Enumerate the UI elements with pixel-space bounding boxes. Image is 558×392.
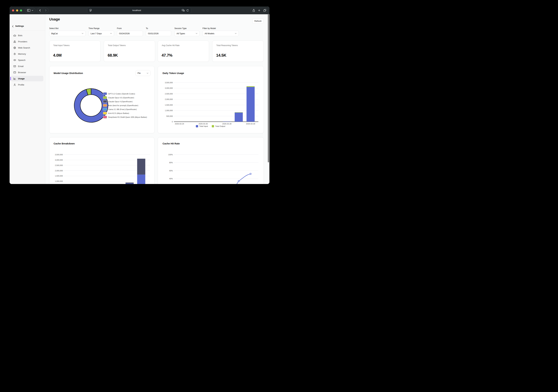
legend-label: Claude Opus 4 (OpenRouter) [108,101,132,102]
globe-icon [13,46,16,49]
filter-value: Last 7 Days [91,32,110,35]
sidebar-title: Settings [15,25,24,27]
svg-text:40%: 40% [169,178,173,180]
legend-item[interactable]: Kimi K2.5 (Aliyun Bailian) [103,112,129,115]
sidebar-item-speech[interactable]: Speech [11,57,43,63]
sidebar-toggle-button[interactable] [25,8,35,13]
back-button[interactable] [37,9,43,11]
line-chart-icon [13,77,16,80]
legend-item[interactable]: DeepSeek R1 Distill Qwen 32B (Aliyun Bai… [103,116,147,119]
sidebar-item-memory[interactable]: Memory [11,51,43,57]
filter-label-session-type: Session Type [174,27,187,30]
svg-text:3,500,000: 3,500,000 [55,154,63,156]
legend-swatch [103,100,107,103]
forward-button[interactable] [43,9,48,11]
legend-label: Llama 3.1 8B (Free) (OpenRouter) [108,108,137,110]
filter-to-input[interactable] [146,31,171,36]
filter-time-range-select[interactable]: Last 7 Days [88,31,114,36]
filter-to-field[interactable] [148,32,169,35]
daily-token-usage-card: Daily Token Usage 0500,0001,000,0001,500… [158,66,264,133]
sidebar-item-profile[interactable]: Profile [11,82,43,87]
legend-label: DeepSeek R1 Distill Qwen 32B (Aliyun Bai… [108,116,147,118]
filter-select-bot-select[interactable]: BigCat [49,31,86,36]
filter-from-input[interactable] [117,31,143,36]
zoom-button[interactable] [20,9,22,11]
translate-icon[interactable]: A [182,9,185,12]
usage-page: Usage Refresh Select BotBigCatTime Range… [45,14,270,184]
url-text[interactable]: localhost [92,9,182,11]
stat-card-avg-cache-hit-rate: Avg Cache Hit Rate47.7% [158,41,209,62]
svg-text:3,500,000: 3,500,000 [165,82,173,84]
legend-label: GPT-5.2 Codex (OpenAI Codex) [108,93,135,95]
legend-swatch [103,96,107,99]
filter-filter-by-model-select[interactable]: All Models [202,31,239,36]
sidebar-item-usage[interactable]: Usage [11,76,43,81]
sidebar-item-web-search[interactable]: Web Search [11,45,43,51]
filter-label-from: From [117,27,122,30]
settings-sidebar: Settings BotsProvidersWeb SearchMemorySp… [9,14,45,184]
legend-item-total-output[interactable]: Total Output [212,125,225,127]
filter-from-field[interactable] [119,32,141,35]
filter-session-type-select[interactable]: All Types [174,31,200,36]
sidebar-header: Settings [9,24,45,29]
minimize-button[interactable] [16,9,18,11]
reload-icon[interactable] [186,9,189,12]
legend-swatch [103,116,107,119]
sidebar-item-providers[interactable]: Providers [11,39,43,44]
svg-text:2026-03-26: 2026-03-26 [199,123,208,125]
refresh-button[interactable]: Refresh [252,18,264,24]
back-chevron-icon[interactable] [12,25,13,27]
chevron-down-icon [235,33,237,34]
brain-icon [13,52,16,55]
stat-value: 47.7% [162,53,173,58]
stat-label: Total Input Tokens [53,44,70,47]
share-icon[interactable] [251,9,256,12]
nav-buttons [37,8,49,13]
legend-swatch [212,125,214,127]
svg-text:2026-03-28: 2026-03-28 [222,123,231,125]
filter-value: All Models [205,32,235,35]
toolbar-right-buttons [251,8,268,13]
chevron-down-icon [82,33,83,34]
sidebar-item-browser[interactable]: Browser [11,70,43,75]
sidebar-item-label: Memory [18,53,26,55]
svg-text:500,000: 500,000 [166,115,173,117]
legend-item[interactable]: Claude Opus 4 (OpenRouter) [103,100,132,103]
address-bar[interactable]: localhost A [87,7,191,13]
page-format-icon[interactable] [89,9,92,11]
sidebar-item-label: Providers [18,40,27,43]
new-tab-icon[interactable] [256,9,262,11]
close-button[interactable] [12,9,14,11]
legend-item[interactable]: Llama 3.1 8B (Free) (OpenRouter) [103,108,137,111]
legend-item[interactable]: Auto (best for prompt) (OpenRouter) [103,104,138,107]
tab-overview-icon[interactable] [262,9,268,12]
svg-text:2026-03-24: 2026-03-24 [175,123,184,125]
cache-hit-rate-card: Cache Hit Rate 100%80%60%40% [158,137,264,184]
robot-icon [13,34,16,37]
filter-label-select-bot: Select Bot [49,27,59,30]
legend-item-total-input[interactable]: Total Input [196,125,208,127]
legend-label: Total Output [215,125,225,127]
sidebar-item-label: Browser [18,71,26,74]
svg-text:80%: 80% [169,162,173,163]
stat-label: Total Output Tokens [108,44,126,47]
svg-text:1,500,000: 1,500,000 [165,104,173,106]
legend-swatch [103,108,107,111]
svg-text:1,000,000: 1,000,000 [165,110,173,111]
legend-item[interactable]: GPT-5.2 Codex (OpenAI Codex) [103,92,135,95]
stat-value: 4.0M [53,53,61,58]
sidebar-item-email[interactable]: Email [11,63,43,69]
sidebar-item-bots[interactable]: Bots [11,33,43,38]
legend-item[interactable]: Claude Opus 4.5 (OpenRouter) [103,96,134,99]
donut-chart [49,66,155,134]
cache-breakdown-chart: 1,000,0001,500,0002,000,0002,500,0003,00… [49,137,155,184]
scrollbar-thumb[interactable] [268,14,269,162]
legend-label: Claude Opus 4.5 (OpenRouter) [108,97,134,99]
person-icon [13,83,16,86]
cache-breakdown-card: Cache Breakdown 1,000,0001,500,0002,000,… [49,137,154,184]
chevron-down-icon [196,33,198,34]
sidebar-item-label: Profile [18,84,24,86]
sidebar-item-label: Speech [18,59,26,61]
filter-label-to: To [146,27,148,30]
svg-text:2,500,000: 2,500,000 [165,93,173,95]
